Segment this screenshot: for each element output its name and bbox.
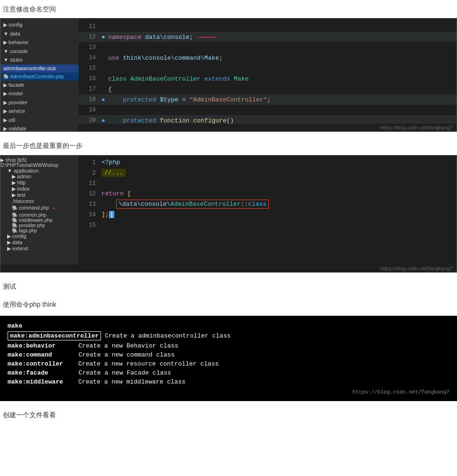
terminal-line-2: make:behavior Create a new Behavior clas… (8, 341, 449, 350)
section1-label: 注意修改命名空间 (0, 0, 457, 18)
tree-item: .htaccess (0, 198, 79, 204)
tree-item: ▶ extend (0, 246, 79, 252)
tree-item: ▶ config (0, 233, 79, 239)
code-line: 11 (79, 178, 457, 189)
tree-item: 🐘 provider.php (0, 223, 79, 228)
tree-item: ▶ config (0, 20, 79, 29)
code-line: 12 ● namespace data\console; ←———— (79, 32, 457, 42)
tree-item: ▶ model (0, 89, 79, 98)
terminal-cmd-4: make:controller (8, 360, 63, 367)
terminal-cmd-highlight: make:adminbasecontroller (8, 331, 101, 340)
code-line: 19 (79, 105, 457, 115)
tree-item: ▼ stubs (0, 55, 79, 64)
terminal-line-1: make:adminbasecontroller Create a adminb… (8, 330, 449, 341)
code-line: 18 ● protected $type = "AdminBaseControl… (79, 94, 457, 105)
tree-item-stub[interactable]: adminbasecontroller.stub (0, 64, 79, 73)
tree-item: ▶ util (0, 116, 79, 125)
code-line: 12 return [ (79, 189, 457, 199)
tree-item: ▶ admin (0, 174, 79, 180)
tree-item: ▶ data (0, 239, 79, 246)
ide2-watermark: https://blog.csdn.net/fangkang7 (0, 265, 457, 272)
terminal-cmd-2: make:behavior (8, 342, 55, 349)
terminal-desc-2: Create a new Behavior class (78, 342, 178, 349)
ide1-watermark: https://blog.csdn.net/fangkang7 (79, 124, 457, 131)
code-line: 1 <?php (79, 157, 457, 168)
terminal-line-6: make:middleware Create a new middleware … (8, 377, 449, 386)
terminal-cmd-5: make:facade (8, 369, 48, 376)
section5-label: 创建一个文件看看 (0, 406, 457, 424)
tree-item: ▶ service (0, 107, 79, 116)
tree-item: ▶ index (0, 186, 79, 192)
terminal-cmd-6: make:middleware (8, 378, 63, 385)
code-line: 17 { (79, 84, 457, 94)
terminal-desc-3: Create a new command class (79, 351, 175, 358)
terminal-title: make (8, 322, 22, 330)
ide1-code: 11 12 ● namespace data\console; ←———— 13… (79, 18, 457, 124)
terminal-desc-4: Create a new resource controller class (78, 360, 219, 367)
tree-item: ▶ shop [tp5] D:\PHPTutorial\WWW\shop (0, 157, 79, 168)
tree-item: 🐘 middleware.php (0, 218, 79, 223)
tree-item: 🐘 common.php (0, 212, 79, 218)
tree-item: ▶ http (0, 180, 79, 186)
code-line: 14 use think\console\command\Make; (79, 53, 457, 63)
tree-item: ▼ data (0, 29, 79, 38)
tree-item: ▶ behavior (0, 38, 79, 47)
section3-label: 测试 (0, 277, 457, 295)
terminal-line-5: make:facade Create a new Facade class (8, 368, 449, 377)
terminal-line-3: make:command Create a new command class (8, 350, 449, 359)
tree-item-php[interactable]: 🐘 AdminBaseController.php (0, 73, 79, 81)
section2-label: 最后一步也是最重要的一步 (0, 137, 457, 155)
ide-block-2: ▶ shop [tp5] D:\PHPTutorial\WWW\shop ▼ a… (0, 155, 457, 273)
terminal-cmd-3: make:command (8, 351, 52, 358)
code-line: 13 (79, 42, 457, 53)
terminal-block: make make:adminbasecontroller Create a a… (0, 316, 457, 401)
tree-item-command[interactable]: 🐘 command.php ← (0, 204, 79, 212)
ide2-sidebar: ▶ shop [tp5] D:\PHPTutorial\WWW\shop ▼ a… (0, 156, 79, 265)
tree-item: ▶ provider (0, 98, 79, 107)
code-line: 14 ];| (79, 210, 457, 220)
terminal-desc-5: Create a new Facade class (79, 369, 171, 376)
code-line: 16 class AdminBaseController extends Mak… (79, 73, 457, 84)
code-line: 11 (79, 21, 457, 32)
terminal-line-4: make:controller Create a new resource co… (8, 359, 449, 368)
terminal-watermark: https://blog.csdn.net/fangkang7 (8, 386, 449, 395)
code-line: 13 \data\console\AdminBaseController::cl… (79, 199, 457, 210)
code-line: 15 (79, 63, 457, 73)
code-line: 2 //... (79, 168, 457, 178)
code-line: 15 (79, 220, 457, 230)
tree-item: 🐘 tags.php (0, 228, 79, 233)
tree-item: ▶ facade (0, 81, 79, 90)
ide-block-1: ▶ config ▼ data ▶ behavior ▼ console ▼ s… (0, 18, 457, 132)
terminal-title-line: make (8, 321, 449, 330)
section4-label: 使用命令php think (0, 295, 457, 313)
ide1-sidebar: ▶ config ▼ data ▶ behavior ▼ console ▼ s… (0, 18, 79, 131)
tree-item: ▶ validate (0, 124, 79, 131)
terminal-desc-6: Create a new middleware class (78, 378, 185, 385)
tree-item: ▼ console (0, 47, 79, 56)
tree-item: ▶ test (0, 192, 79, 198)
tree-item: ▼ application (0, 168, 79, 174)
code-line: 20 ● protected function configure() (79, 115, 457, 124)
terminal-desc-1: Create a adminbasecontroller class (105, 332, 230, 339)
